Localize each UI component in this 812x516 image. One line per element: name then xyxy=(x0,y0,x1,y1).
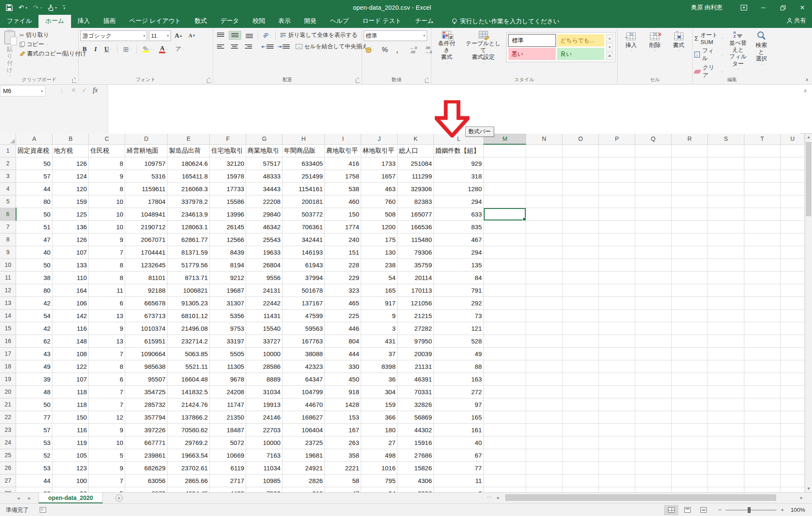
cell-R17[interactable] xyxy=(672,347,708,360)
cell-M14[interactable] xyxy=(484,309,526,322)
cell-J19[interactable]: 36 xyxy=(361,373,398,385)
cell-K18[interactable]: 21131 xyxy=(398,360,434,373)
cell-D16[interactable]: 615951 xyxy=(125,335,167,347)
cell-U13[interactable] xyxy=(780,296,804,309)
ribbon-tab-12[interactable]: チーム xyxy=(408,15,440,28)
cell-H21[interactable]: 44670 xyxy=(283,398,325,411)
cell-A18[interactable]: 49 xyxy=(16,360,52,373)
cell-Q26[interactable] xyxy=(635,461,672,474)
column-header-I[interactable]: I xyxy=(325,134,361,144)
delete-cells-button[interactable]: ✕ 削除 xyxy=(647,31,663,54)
column-header-E[interactable]: E xyxy=(167,134,210,144)
cell-S5[interactable] xyxy=(708,195,744,208)
cell-L5[interactable]: 294 xyxy=(434,195,484,208)
cell-O18[interactable] xyxy=(562,360,599,373)
cell-R3[interactable] xyxy=(672,170,708,182)
cell-I25[interactable]: 358 xyxy=(325,449,361,461)
cell-Q7[interactable] xyxy=(635,220,672,233)
cell-E26[interactable]: 23702.61 xyxy=(167,461,210,474)
cell-A9[interactable]: 40 xyxy=(16,246,52,258)
cell-F4[interactable]: 17733 xyxy=(210,182,246,195)
cell-C11[interactable]: 8 xyxy=(89,271,125,284)
underline-button[interactable]: U xyxy=(102,44,114,54)
cell-R7[interactable] xyxy=(672,220,708,233)
cell-Q12[interactable] xyxy=(635,284,672,296)
cell-T7[interactable] xyxy=(744,220,780,233)
cell-B10[interactable]: 133 xyxy=(52,258,89,271)
cell-Q9[interactable] xyxy=(635,246,672,258)
cell-H14[interactable]: 47599 xyxy=(283,309,325,322)
zoom-in-icon[interactable]: + xyxy=(781,507,784,513)
cell-A3[interactable]: 57 xyxy=(16,170,52,182)
vertical-scrollbar[interactable]: ▲ ▼ xyxy=(805,134,812,492)
row-header-10[interactable]: 10 xyxy=(0,258,16,271)
cell-M16[interactable] xyxy=(484,335,526,347)
cell-O19[interactable] xyxy=(562,373,599,385)
cell-style-3[interactable]: 良い xyxy=(557,48,604,60)
cell-L18[interactable]: 88 xyxy=(434,360,484,373)
cell-L1[interactable]: 婚姻件数【組】 xyxy=(434,144,484,157)
cell-T6[interactable] xyxy=(744,208,780,220)
cell-D22[interactable]: 357794 xyxy=(125,411,167,423)
cell-T27[interactable] xyxy=(744,474,780,487)
cell-A19[interactable]: 39 xyxy=(16,373,52,385)
cell-L25[interactable]: 67 xyxy=(434,449,484,461)
cell-F12[interactable]: 19687 xyxy=(210,284,246,296)
cell-T3[interactable] xyxy=(744,170,780,182)
cell-P20[interactable] xyxy=(599,385,635,398)
cell-N16[interactable] xyxy=(526,335,562,347)
cell-G7[interactable]: 46342 xyxy=(246,220,283,233)
cell-P5[interactable] xyxy=(599,195,635,208)
cell-M20[interactable] xyxy=(484,385,526,398)
cell-O9[interactable] xyxy=(562,246,599,258)
cell-Q20[interactable] xyxy=(635,385,672,398)
scroll-down-icon[interactable]: ▼ xyxy=(805,485,812,492)
cell-O26[interactable] xyxy=(562,461,599,474)
cell-H22[interactable]: 168627 xyxy=(283,411,325,423)
cell-C17[interactable]: 7 xyxy=(89,347,125,360)
horizontal-scrollbar[interactable]: ◄ ► xyxy=(494,493,805,502)
cell-N24[interactable] xyxy=(526,436,562,449)
scroll-right-icon[interactable]: ► xyxy=(798,496,805,500)
cell-D9[interactable]: 1704441 xyxy=(125,246,167,258)
ribbon-tab-4[interactable]: ページ レイアウト xyxy=(123,15,188,28)
cell-B3[interactable]: 124 xyxy=(52,170,89,182)
cell-E23[interactable]: 70580.62 xyxy=(167,423,210,436)
cell-S20[interactable] xyxy=(708,385,744,398)
cell-B12[interactable]: 164 xyxy=(52,284,89,296)
cell-F25[interactable]: 10669 xyxy=(210,449,246,461)
vertical-scroll-thumb[interactable] xyxy=(806,142,811,216)
cell-C8[interactable]: 9 xyxy=(89,233,125,246)
cell-H5[interactable]: 200181 xyxy=(283,195,325,208)
cell-O13[interactable] xyxy=(562,296,599,309)
cell-B24[interactable]: 119 xyxy=(52,436,89,449)
cell-O25[interactable] xyxy=(562,449,599,461)
column-header-Q[interactable]: Q xyxy=(635,134,672,144)
page-break-view-icon[interactable] xyxy=(696,505,710,515)
ribbon-tab-0[interactable]: ファイル xyxy=(0,15,38,28)
cell-T4[interactable] xyxy=(744,182,780,195)
restore-button[interactable] xyxy=(773,0,793,15)
cell-O14[interactable] xyxy=(562,309,599,322)
cell-Q25[interactable] xyxy=(635,449,672,461)
cell-U25[interactable] xyxy=(780,449,804,461)
ribbon-tab-2[interactable]: 挿入 xyxy=(71,15,97,28)
share-button[interactable]: 共有 xyxy=(787,17,806,25)
cell-A28[interactable]: 66 xyxy=(16,487,52,492)
cell-D24[interactable]: 667771 xyxy=(125,436,167,449)
cell-D28[interactable]: 6973 xyxy=(125,487,167,492)
scroll-left-icon[interactable]: ◄ xyxy=(494,496,501,500)
cell-O10[interactable] xyxy=(562,258,599,271)
cell-R2[interactable] xyxy=(672,157,708,170)
cell-H9[interactable]: 146193 xyxy=(283,246,325,258)
align-top-icon[interactable] xyxy=(215,31,226,39)
cell-C1[interactable]: 住民税 xyxy=(89,144,125,157)
cell-F7[interactable]: 26145 xyxy=(210,220,246,233)
paste-button[interactable]: 貼り付け xyxy=(2,30,18,79)
cell-O23[interactable] xyxy=(562,423,599,436)
cell-J23[interactable]: 180 xyxy=(361,423,398,436)
cell-Q19[interactable] xyxy=(635,373,672,385)
cell-I20[interactable]: 918 xyxy=(325,385,361,398)
row-header-7[interactable]: 7 xyxy=(0,220,16,233)
cell-R15[interactable] xyxy=(672,322,708,335)
